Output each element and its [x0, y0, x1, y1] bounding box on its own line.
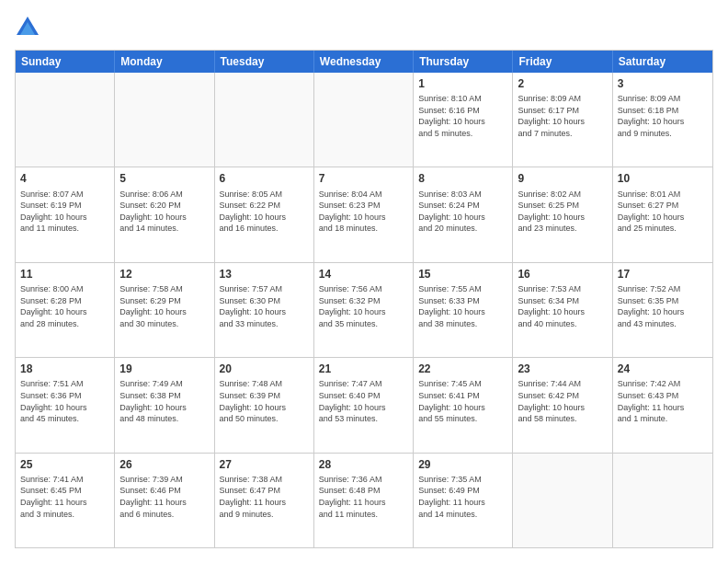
day-details: Sunrise: 8:09 AM Sunset: 6:18 PM Dayligh… — [618, 93, 708, 139]
day-details: Sunrise: 8:02 AM Sunset: 6:25 PM Dayligh… — [518, 189, 607, 235]
day-number: 11 — [20, 267, 109, 282]
calendar-empty-cell — [513, 454, 612, 547]
day-number: 4 — [20, 171, 109, 186]
calendar-day-24: 24Sunrise: 7:42 AM Sunset: 6:43 PM Dayli… — [613, 358, 712, 452]
day-details: Sunrise: 7:49 AM Sunset: 6:38 PM Dayligh… — [119, 378, 209, 424]
day-number: 13 — [220, 267, 309, 282]
day-number: 3 — [618, 76, 708, 91]
logo — [15, 15, 44, 40]
day-details: Sunrise: 8:00 AM Sunset: 6:28 PM Dayligh… — [20, 283, 109, 329]
calendar: SundayMondayTuesdayWednesdayThursdayFrid… — [15, 50, 713, 548]
calendar-day-13: 13Sunrise: 7:57 AM Sunset: 6:30 PM Dayli… — [215, 263, 314, 357]
day-details: Sunrise: 8:06 AM Sunset: 6:20 PM Dayligh… — [119, 189, 209, 235]
day-details: Sunrise: 7:42 AM Sunset: 6:43 PM Dayligh… — [618, 378, 708, 424]
day-details: Sunrise: 8:03 AM Sunset: 6:24 PM Dayligh… — [418, 189, 507, 235]
header-day-friday: Friday — [513, 51, 612, 73]
calendar-empty-cell — [115, 73, 214, 167]
day-details: Sunrise: 7:47 AM Sunset: 6:40 PM Dayligh… — [319, 378, 408, 424]
calendar-header: SundayMondayTuesdayWednesdayThursdayFrid… — [16, 51, 712, 73]
day-details: Sunrise: 7:48 AM Sunset: 6:39 PM Dayligh… — [220, 378, 309, 424]
calendar-day-6: 6Sunrise: 8:05 AM Sunset: 6:22 PM Daylig… — [215, 167, 314, 261]
calendar-day-19: 19Sunrise: 7:49 AM Sunset: 6:38 PM Dayli… — [115, 358, 214, 452]
day-details: Sunrise: 8:01 AM Sunset: 6:27 PM Dayligh… — [618, 189, 708, 235]
day-number: 18 — [20, 362, 109, 376]
day-details: Sunrise: 7:57 AM Sunset: 6:30 PM Dayligh… — [220, 283, 309, 329]
calendar-day-5: 5Sunrise: 8:06 AM Sunset: 6:20 PM Daylig… — [115, 167, 214, 261]
header-day-wednesday: Wednesday — [314, 51, 414, 73]
day-number: 21 — [319, 362, 408, 376]
header-day-saturday: Saturday — [613, 51, 712, 73]
day-number: 16 — [518, 267, 607, 282]
day-details: Sunrise: 7:52 AM Sunset: 6:35 PM Dayligh… — [618, 283, 708, 329]
calendar-day-21: 21Sunrise: 7:47 AM Sunset: 6:40 PM Dayli… — [314, 358, 414, 452]
calendar-day-11: 11Sunrise: 8:00 AM Sunset: 6:28 PM Dayli… — [16, 263, 115, 357]
day-details: Sunrise: 7:36 AM Sunset: 6:48 PM Dayligh… — [319, 474, 408, 520]
day-number: 28 — [319, 457, 408, 472]
day-number: 25 — [20, 457, 109, 472]
day-details: Sunrise: 8:05 AM Sunset: 6:22 PM Dayligh… — [220, 189, 309, 235]
calendar-day-26: 26Sunrise: 7:39 AM Sunset: 6:46 PM Dayli… — [115, 454, 214, 547]
calendar-day-28: 28Sunrise: 7:36 AM Sunset: 6:48 PM Dayli… — [314, 454, 414, 547]
header — [15, 15, 713, 40]
header-day-tuesday: Tuesday — [215, 51, 314, 73]
calendar-empty-cell — [613, 454, 712, 547]
calendar-day-14: 14Sunrise: 7:56 AM Sunset: 6:32 PM Dayli… — [314, 263, 414, 357]
calendar-day-2: 2Sunrise: 8:09 AM Sunset: 6:17 PM Daylig… — [513, 73, 612, 167]
calendar-day-4: 4Sunrise: 8:07 AM Sunset: 6:19 PM Daylig… — [16, 167, 115, 261]
header-day-sunday: Sunday — [16, 51, 115, 73]
header-day-thursday: Thursday — [414, 51, 513, 73]
day-number: 19 — [119, 362, 209, 376]
day-number: 1 — [418, 76, 507, 91]
day-number: 24 — [618, 362, 708, 376]
day-details: Sunrise: 7:53 AM Sunset: 6:34 PM Dayligh… — [518, 283, 607, 329]
day-details: Sunrise: 7:41 AM Sunset: 6:45 PM Dayligh… — [20, 474, 109, 520]
day-number: 26 — [119, 457, 209, 472]
calendar-day-22: 22Sunrise: 7:45 AM Sunset: 6:41 PM Dayli… — [414, 358, 513, 452]
calendar-day-29: 29Sunrise: 7:35 AM Sunset: 6:49 PM Dayli… — [414, 454, 513, 547]
day-details: Sunrise: 7:45 AM Sunset: 6:41 PM Dayligh… — [418, 378, 507, 424]
day-number: 2 — [518, 76, 607, 91]
calendar-day-17: 17Sunrise: 7:52 AM Sunset: 6:35 PM Dayli… — [613, 263, 712, 357]
calendar-day-25: 25Sunrise: 7:41 AM Sunset: 6:45 PM Dayli… — [16, 454, 115, 547]
calendar-row-4: 18Sunrise: 7:51 AM Sunset: 6:36 PM Dayli… — [16, 357, 712, 452]
day-number: 6 — [220, 171, 309, 186]
day-details: Sunrise: 7:44 AM Sunset: 6:42 PM Dayligh… — [518, 378, 607, 424]
calendar-day-23: 23Sunrise: 7:44 AM Sunset: 6:42 PM Dayli… — [513, 358, 612, 452]
day-number: 20 — [220, 362, 309, 376]
calendar-empty-cell — [215, 73, 314, 167]
calendar-day-9: 9Sunrise: 8:02 AM Sunset: 6:25 PM Daylig… — [513, 167, 612, 261]
day-details: Sunrise: 8:09 AM Sunset: 6:17 PM Dayligh… — [518, 93, 607, 139]
calendar-day-3: 3Sunrise: 8:09 AM Sunset: 6:18 PM Daylig… — [613, 73, 712, 167]
calendar-row-5: 25Sunrise: 7:41 AM Sunset: 6:45 PM Dayli… — [16, 453, 712, 547]
day-details: Sunrise: 7:56 AM Sunset: 6:32 PM Dayligh… — [319, 283, 408, 329]
calendar-body: 1Sunrise: 8:10 AM Sunset: 6:16 PM Daylig… — [16, 73, 712, 547]
day-number: 12 — [119, 267, 209, 282]
day-number: 14 — [319, 267, 408, 282]
calendar-day-16: 16Sunrise: 7:53 AM Sunset: 6:34 PM Dayli… — [513, 263, 612, 357]
day-details: Sunrise: 8:04 AM Sunset: 6:23 PM Dayligh… — [319, 189, 408, 235]
day-number: 22 — [418, 362, 507, 376]
calendar-day-7: 7Sunrise: 8:04 AM Sunset: 6:23 PM Daylig… — [314, 167, 414, 261]
day-number: 5 — [119, 171, 209, 186]
day-details: Sunrise: 7:39 AM Sunset: 6:46 PM Dayligh… — [119, 474, 209, 520]
header-day-monday: Monday — [115, 51, 214, 73]
day-details: Sunrise: 7:55 AM Sunset: 6:33 PM Dayligh… — [418, 283, 507, 329]
day-details: Sunrise: 8:10 AM Sunset: 6:16 PM Dayligh… — [418, 93, 507, 139]
day-number: 23 — [518, 362, 607, 376]
day-number: 27 — [220, 457, 309, 472]
day-number: 15 — [418, 267, 507, 282]
calendar-day-20: 20Sunrise: 7:48 AM Sunset: 6:39 PM Dayli… — [215, 358, 314, 452]
calendar-day-1: 1Sunrise: 8:10 AM Sunset: 6:16 PM Daylig… — [414, 73, 513, 167]
calendar-row-1: 1Sunrise: 8:10 AM Sunset: 6:16 PM Daylig… — [16, 73, 712, 167]
day-details: Sunrise: 8:07 AM Sunset: 6:19 PM Dayligh… — [20, 189, 109, 235]
logo-icon — [15, 15, 40, 40]
day-number: 17 — [618, 267, 708, 282]
calendar-day-27: 27Sunrise: 7:38 AM Sunset: 6:47 PM Dayli… — [215, 454, 314, 547]
day-details: Sunrise: 7:51 AM Sunset: 6:36 PM Dayligh… — [20, 378, 109, 424]
day-details: Sunrise: 7:38 AM Sunset: 6:47 PM Dayligh… — [220, 474, 309, 520]
day-number: 10 — [618, 171, 708, 186]
day-number: 8 — [418, 171, 507, 186]
day-number: 9 — [518, 171, 607, 186]
calendar-day-8: 8Sunrise: 8:03 AM Sunset: 6:24 PM Daylig… — [414, 167, 513, 261]
day-number: 29 — [418, 457, 507, 472]
